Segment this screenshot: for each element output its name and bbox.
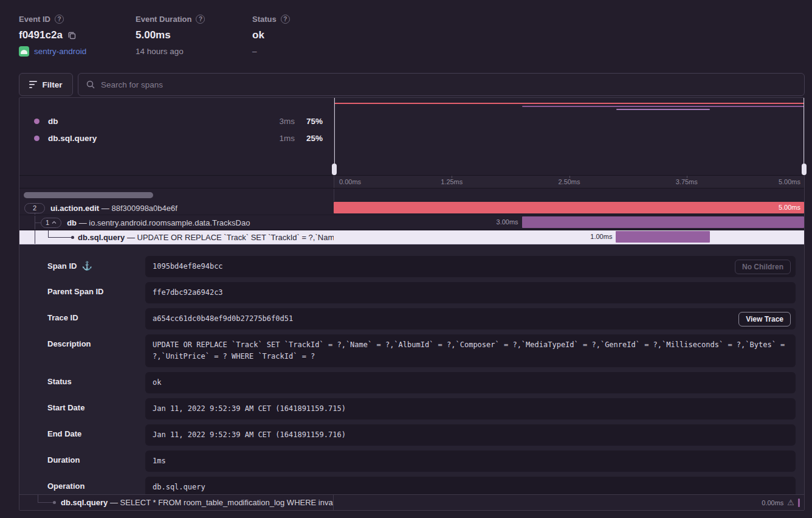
minimap-span-line xyxy=(334,103,804,104)
separator: — xyxy=(79,218,87,227)
minimap-span-line xyxy=(522,106,804,107)
detail-row-duration: Duration 1ms xyxy=(29,451,796,472)
separator: — xyxy=(127,233,135,242)
axis-tick: 3.75ms xyxy=(676,178,698,185)
anchor-icon[interactable]: ⚓ xyxy=(81,261,92,271)
span-duration: 0.00ms xyxy=(762,499,783,506)
span-duration: 3.00ms xyxy=(497,216,518,229)
status-sub: – xyxy=(252,47,290,56)
end-date-value: Jan 11, 2022 9:52:39 AM CET (1641891159.… xyxy=(145,424,796,446)
span-bar xyxy=(334,202,804,213)
event-id-label: Event ID xyxy=(19,15,50,24)
trace-minimap[interactable] xyxy=(334,98,804,175)
copy-icon[interactable] xyxy=(67,31,77,40)
filter-button-label: Filter xyxy=(42,80,62,89)
span-bar xyxy=(522,216,804,228)
filter-button[interactable]: Filter xyxy=(19,73,73,96)
detail-row-start-date: Start Date Jan 11, 2022 9:52:39 AM CET (… xyxy=(29,398,796,420)
help-icon[interactable]: ? xyxy=(55,15,64,24)
event-duration-label: Event Duration xyxy=(136,15,191,24)
search-icon xyxy=(86,80,95,89)
legend-item-db: db 3ms 75% xyxy=(19,112,334,130)
search-input[interactable] xyxy=(101,80,797,89)
span-description: io.sentry.android.roomsample.data.Tracks… xyxy=(89,218,250,227)
description-value: UPDATE OR REPLACE `Track` SET `TrackId` … xyxy=(145,334,796,367)
axis-tick: 2.50ms xyxy=(558,178,580,185)
detail-row-parent-span-id: Parent Span ID ffe7dbc92a6942c3 xyxy=(29,282,796,303)
android-project-icon xyxy=(19,46,29,57)
span-search[interactable] xyxy=(78,73,805,96)
tree-scrollbar-thumb[interactable] xyxy=(24,192,153,198)
operations-breakdown: db 3ms 75% db.sql.query 1ms 25% xyxy=(19,98,334,175)
children-count-pill[interactable]: 1 xyxy=(41,218,61,228)
op-color-dot xyxy=(34,136,40,141)
status-value: ok xyxy=(252,29,264,41)
span-duration: 1.00ms xyxy=(590,230,612,243)
leaf-dot xyxy=(53,501,56,504)
children-count-pill[interactable]: 2 xyxy=(24,203,45,213)
zero-width-span-bar xyxy=(798,499,800,507)
status-block: Status ? ok – xyxy=(252,15,290,56)
project-link[interactable]: sentry-android xyxy=(34,47,86,56)
span-bar xyxy=(616,231,710,243)
span-row-db[interactable]: 1 db — io.sentry.android.roomsample.data… xyxy=(19,216,804,230)
scroll-spacer xyxy=(334,189,804,201)
trace-id-value: a654cc61dc0b48ef9d0b27275b6f0d51 View Tr… xyxy=(145,308,796,330)
status-label: Status xyxy=(252,15,277,24)
filter-icon xyxy=(29,81,37,88)
event-id-block: Event ID ? f0491c2a sentry-android xyxy=(19,15,86,57)
span-op: ui.action.edit xyxy=(50,204,99,213)
span-op: db.sql.query xyxy=(78,233,125,242)
detail-row-trace-id: Trace ID a654cc61dc0b48ef9d0b27275b6f0d5… xyxy=(29,308,796,330)
span-detail-card: Span ID ⚓ 1095bd4ef8e94bcc No Children P… xyxy=(19,244,804,495)
duration-value: 1ms xyxy=(145,451,796,472)
detail-row-end-date: End Date Jan 11, 2022 9:52:39 AM CET (16… xyxy=(29,424,796,446)
span-row-db-sql-query-selected[interactable]: db.sql.query — UPDATE OR REPLACE `Track`… xyxy=(19,230,804,244)
event-duration-ago: 14 hours ago xyxy=(136,47,205,56)
event-duration-value: 5.00ms xyxy=(136,29,171,41)
detail-row-description: Description UPDATE OR REPLACE `Track` SE… xyxy=(29,334,796,367)
axis-tick: 1.25ms xyxy=(441,178,463,185)
no-children-button[interactable]: No Children xyxy=(735,260,791,274)
span-detail-screen: Event ID ? f0491c2a sentry-android Event… xyxy=(0,0,812,518)
help-icon[interactable]: ? xyxy=(281,15,290,24)
help-icon[interactable]: ? xyxy=(196,15,205,24)
start-date-value: Jan 11, 2022 9:52:39 AM CET (1641891159.… xyxy=(145,398,796,420)
span-row-db-sql-query-select[interactable]: db.sql.query — SELECT * FROM room_table_… xyxy=(19,494,804,510)
axis-spacer xyxy=(19,176,334,188)
parent-span-id-value: ffe7dbc92a6942c3 xyxy=(145,282,796,303)
minimap-span-line xyxy=(616,109,710,110)
span-description: UPDATE OR REPLACE `Track` SET `TrackId` … xyxy=(137,233,334,242)
span-description: SELECT * FROM room_table_modification_lo… xyxy=(120,498,334,507)
span-description: 88f300998a0b4e6f xyxy=(111,204,177,213)
viewport-right-handle[interactable] xyxy=(802,164,807,175)
leaf-dot xyxy=(71,236,74,239)
span-duration: 5.00ms xyxy=(779,201,800,214)
status-detail-value: ok xyxy=(145,372,796,393)
separator: — xyxy=(102,204,109,213)
span-op: db xyxy=(67,218,77,227)
event-duration-block: Event Duration ? 5.00ms 14 hours ago xyxy=(136,15,205,56)
span-row-ui-action-edit[interactable]: 2 ui.action.edit — 88f300998a0b4e6f 5.00… xyxy=(19,201,804,215)
tree-scrollbar-track[interactable] xyxy=(19,189,334,201)
time-axis: 0.00ms 1.25ms 2.50ms 3.75ms 5.00ms xyxy=(334,176,804,188)
event-id-value: f0491c2a xyxy=(19,29,63,41)
warning-icon: ⚠ xyxy=(787,499,794,506)
separator: — xyxy=(110,498,118,507)
detail-row-status: Status ok xyxy=(29,372,796,393)
span-id-value: 1095bd4ef8e94bcc No Children xyxy=(145,256,796,277)
legend-item-db-sql-query: db.sql.query 1ms 25% xyxy=(19,130,334,147)
span-op: db.sql.query xyxy=(61,498,108,507)
view-trace-button[interactable]: View Trace xyxy=(738,312,791,326)
axis-tick: 5.00ms xyxy=(779,178,800,185)
viewport-left-handle[interactable] xyxy=(332,164,337,175)
detail-row-span-id: Span ID ⚓ 1095bd4ef8e94bcc No Children xyxy=(29,256,796,277)
trace-panel: db 3ms 75% db.sql.query 1ms 25% xyxy=(19,97,805,511)
chevron-up-icon xyxy=(52,221,57,224)
op-color-dot xyxy=(34,119,40,124)
event-id-label-row: Event ID ? xyxy=(19,15,86,24)
axis-tick: 0.00ms xyxy=(339,178,361,185)
